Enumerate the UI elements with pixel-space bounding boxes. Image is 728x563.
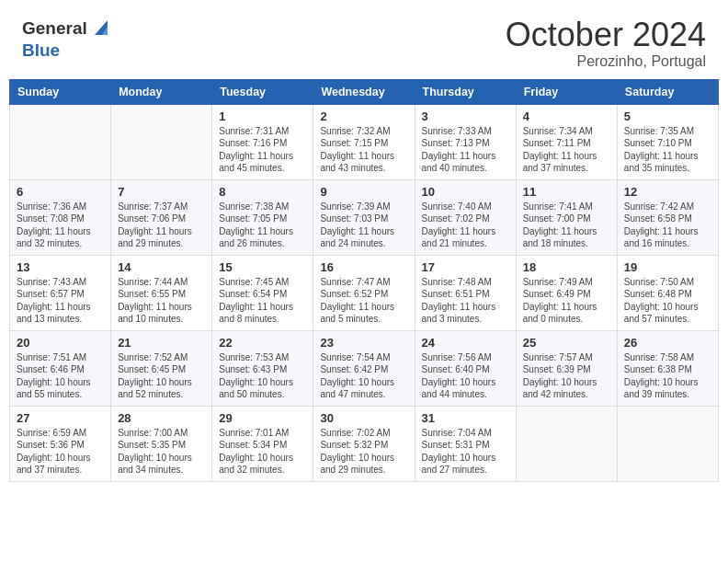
day-info: Sunrise: 7:52 AMSunset: 6:45 PMDaylight:… — [118, 351, 205, 401]
day-number: 2 — [320, 109, 407, 123]
day-cell: 17Sunrise: 7:48 AMSunset: 6:51 PMDayligh… — [415, 255, 516, 330]
day-info: Sunrise: 7:41 AMSunset: 7:00 PMDaylight:… — [523, 201, 610, 250]
day-info: Sunrise: 7:34 AMSunset: 7:11 PMDaylight:… — [523, 125, 610, 175]
day-cell — [10, 104, 111, 179]
day-number: 4 — [523, 109, 610, 123]
day-info: Sunrise: 7:00 AMSunset: 5:35 PMDaylight:… — [118, 427, 205, 477]
day-number: 30 — [320, 411, 407, 425]
day-cell: 16Sunrise: 7:47 AMSunset: 6:52 PMDayligh… — [313, 255, 415, 330]
day-header-row: SundayMondayTuesdayWednesdayThursdayFrid… — [10, 79, 719, 104]
day-cell: 22Sunrise: 7:53 AMSunset: 6:43 PMDayligh… — [212, 330, 313, 406]
day-number: 18 — [523, 260, 610, 274]
col-header-tuesday: Tuesday — [212, 79, 313, 104]
day-number: 17 — [422, 260, 509, 274]
day-cell: 12Sunrise: 7:42 AMSunset: 6:58 PMDayligh… — [617, 179, 718, 255]
day-number: 14 — [118, 260, 205, 274]
day-cell: 1Sunrise: 7:31 AMSunset: 7:16 PMDaylight… — [212, 104, 313, 179]
day-cell: 4Sunrise: 7:34 AMSunset: 7:11 PMDaylight… — [516, 104, 617, 179]
day-cell: 24Sunrise: 7:56 AMSunset: 6:40 PMDayligh… — [415, 330, 516, 406]
day-cell: 19Sunrise: 7:50 AMSunset: 6:48 PMDayligh… — [617, 255, 718, 330]
day-cell: 26Sunrise: 7:58 AMSunset: 6:38 PMDayligh… — [617, 330, 718, 406]
logo-icon — [89, 17, 113, 40]
day-info: Sunrise: 7:44 AMSunset: 6:55 PMDaylight:… — [118, 276, 205, 326]
day-cell: 15Sunrise: 7:45 AMSunset: 6:54 PMDayligh… — [212, 255, 313, 330]
day-cell: 9Sunrise: 7:39 AMSunset: 7:03 PMDaylight… — [313, 179, 415, 255]
day-cell: 10Sunrise: 7:40 AMSunset: 7:02 PMDayligh… — [415, 179, 516, 255]
day-cell: 23Sunrise: 7:54 AMSunset: 6:42 PMDayligh… — [313, 330, 415, 406]
col-header-monday: Monday — [111, 79, 212, 104]
day-cell: 6Sunrise: 7:36 AMSunset: 7:08 PMDaylight… — [10, 179, 111, 255]
day-cell: 13Sunrise: 7:43 AMSunset: 6:57 PMDayligh… — [10, 255, 111, 330]
day-info: Sunrise: 7:48 AMSunset: 6:51 PMDaylight:… — [422, 276, 509, 326]
day-cell: 14Sunrise: 7:44 AMSunset: 6:55 PMDayligh… — [111, 255, 212, 330]
day-number: 12 — [624, 185, 711, 199]
day-cell: 8Sunrise: 7:38 AMSunset: 7:05 PMDaylight… — [212, 179, 313, 255]
day-cell — [617, 406, 718, 481]
logo-text: General Blue — [22, 17, 113, 61]
day-info: Sunrise: 7:58 AMSunset: 6:38 PMDaylight:… — [624, 351, 711, 401]
day-info: Sunrise: 7:47 AMSunset: 6:52 PMDaylight:… — [320, 276, 407, 326]
day-number: 27 — [17, 411, 104, 425]
day-number: 16 — [320, 260, 407, 274]
day-number: 23 — [320, 336, 407, 350]
day-cell: 28Sunrise: 7:00 AMSunset: 5:35 PMDayligh… — [111, 406, 212, 481]
calendar-wrapper: SundayMondayTuesdayWednesdayThursdayFrid… — [0, 79, 728, 491]
day-info: Sunrise: 6:59 AMSunset: 5:36 PMDaylight:… — [17, 427, 104, 477]
day-number: 7 — [118, 185, 205, 199]
day-cell — [111, 104, 212, 179]
week-row-1: 1Sunrise: 7:31 AMSunset: 7:16 PMDaylight… — [10, 104, 719, 179]
day-info: Sunrise: 7:39 AMSunset: 7:03 PMDaylight:… — [320, 201, 407, 250]
day-number: 26 — [624, 336, 711, 350]
day-cell: 27Sunrise: 6:59 AMSunset: 5:36 PMDayligh… — [10, 406, 111, 481]
day-info: Sunrise: 7:54 AMSunset: 6:42 PMDaylight:… — [320, 351, 407, 401]
col-header-thursday: Thursday — [415, 79, 516, 104]
day-info: Sunrise: 7:35 AMSunset: 7:10 PMDaylight:… — [624, 125, 711, 175]
day-info: Sunrise: 7:37 AMSunset: 7:06 PMDaylight:… — [118, 201, 205, 250]
day-number: 9 — [320, 185, 407, 199]
day-cell: 5Sunrise: 7:35 AMSunset: 7:10 PMDaylight… — [617, 104, 718, 179]
day-cell: 3Sunrise: 7:33 AMSunset: 7:13 PMDaylight… — [415, 104, 516, 179]
week-row-4: 20Sunrise: 7:51 AMSunset: 6:46 PMDayligh… — [10, 330, 719, 406]
day-info: Sunrise: 7:32 AMSunset: 7:15 PMDaylight:… — [320, 125, 407, 175]
day-number: 24 — [422, 336, 509, 350]
day-info: Sunrise: 7:57 AMSunset: 6:39 PMDaylight:… — [523, 351, 610, 401]
day-number: 10 — [422, 185, 509, 199]
month-heading: October 2024 — [506, 17, 706, 53]
week-row-5: 27Sunrise: 6:59 AMSunset: 5:36 PMDayligh… — [10, 406, 719, 481]
day-info: Sunrise: 7:38 AMSunset: 7:05 PMDaylight:… — [219, 201, 306, 250]
day-info: Sunrise: 7:02 AMSunset: 5:32 PMDaylight:… — [320, 427, 407, 477]
day-cell — [516, 406, 617, 481]
day-info: Sunrise: 7:49 AMSunset: 6:49 PMDaylight:… — [523, 276, 610, 326]
col-header-sunday: Sunday — [10, 79, 111, 104]
day-info: Sunrise: 7:51 AMSunset: 6:46 PMDaylight:… — [17, 351, 104, 401]
day-info: Sunrise: 7:36 AMSunset: 7:08 PMDaylight:… — [17, 201, 104, 250]
calendar-table: SundayMondayTuesdayWednesdayThursdayFrid… — [9, 79, 719, 482]
week-row-2: 6Sunrise: 7:36 AMSunset: 7:08 PMDaylight… — [10, 179, 719, 255]
day-info: Sunrise: 7:01 AMSunset: 5:34 PMDaylight:… — [219, 427, 306, 477]
day-number: 29 — [219, 411, 306, 425]
day-info: Sunrise: 7:50 AMSunset: 6:48 PMDaylight:… — [624, 276, 711, 326]
day-number: 19 — [624, 260, 711, 274]
day-cell: 30Sunrise: 7:02 AMSunset: 5:32 PMDayligh… — [313, 406, 415, 481]
day-number: 20 — [17, 336, 104, 350]
day-number: 5 — [624, 109, 711, 123]
month-title: October 2024 Perozinho, Portugal — [506, 17, 706, 70]
day-number: 21 — [118, 336, 205, 350]
day-number: 6 — [17, 185, 104, 199]
day-info: Sunrise: 7:04 AMSunset: 5:31 PMDaylight:… — [422, 427, 509, 477]
day-number: 22 — [219, 336, 306, 350]
day-cell: 18Sunrise: 7:49 AMSunset: 6:49 PMDayligh… — [516, 255, 617, 330]
day-cell: 20Sunrise: 7:51 AMSunset: 6:46 PMDayligh… — [10, 330, 111, 406]
col-header-friday: Friday — [516, 79, 617, 104]
day-info: Sunrise: 7:40 AMSunset: 7:02 PMDaylight:… — [422, 201, 509, 250]
day-cell: 29Sunrise: 7:01 AMSunset: 5:34 PMDayligh… — [212, 406, 313, 481]
day-info: Sunrise: 7:43 AMSunset: 6:57 PMDaylight:… — [17, 276, 104, 326]
day-info: Sunrise: 7:42 AMSunset: 6:58 PMDaylight:… — [624, 201, 711, 250]
day-cell: 7Sunrise: 7:37 AMSunset: 7:06 PMDaylight… — [111, 179, 212, 255]
col-header-wednesday: Wednesday — [313, 79, 415, 104]
location-heading: Perozinho, Portugal — [506, 53, 706, 70]
header: General Blue October 2024 Perozinho, Por… — [0, 0, 728, 79]
day-number: 1 — [219, 109, 306, 123]
day-cell: 31Sunrise: 7:04 AMSunset: 5:31 PMDayligh… — [415, 406, 516, 481]
day-info: Sunrise: 7:56 AMSunset: 6:40 PMDaylight:… — [422, 351, 509, 401]
